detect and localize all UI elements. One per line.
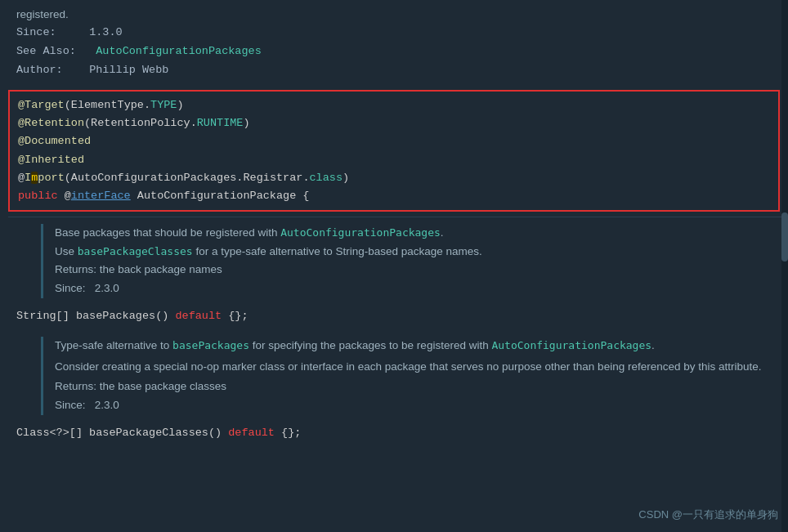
partial-registered: registered. [8, 8, 788, 24]
base-package-classes-link: basePackageClasses [78, 245, 193, 257]
see-also-link: AutoConfigurationPackages [96, 45, 262, 57]
base-packages-link: basePackages [172, 339, 249, 351]
code-line-target: @Target(ElementType.TYPE) [18, 96, 770, 114]
code-line-documented: @Documented [18, 132, 770, 150]
code-line-inherited: @Inherited [18, 151, 770, 169]
doc-text-1b: Use basePackageClasses for a type-safe a… [55, 243, 772, 261]
doc-returns-2: Returns: the base package classes [55, 378, 772, 396]
code-line-retention: @Retention(RetentionPolicy.RUNTIME) [18, 114, 770, 132]
since-value: 1.3.0 [89, 26, 123, 38]
doc-section-2: Type-safe alternative to basePackages fo… [8, 337, 788, 415]
scrollbar[interactable] [781, 0, 788, 532]
divider-1 [8, 217, 788, 217]
doc-block-1: Base packages that should be registered … [41, 224, 772, 297]
doc-text-2a: Type-safe alternative to basePackages fo… [55, 337, 772, 355]
scrollbar-thumb[interactable] [781, 212, 788, 262]
method-sig-2: Class<?>[] basePackageClasses() default … [8, 422, 788, 447]
doc-section-1: Base packages that should be registered … [8, 224, 788, 297]
doc-text-2b: Consider creating a special no-op marker… [55, 358, 772, 376]
doc-text-1a: Base packages that should be registered … [55, 224, 772, 242]
code-line-class-decl: public @interFace AutoConfigurationPacka… [18, 187, 770, 205]
code-highlight-block: @Target(ElementType.TYPE) @Retention(Ret… [8, 90, 780, 212]
autoconfigpackages-link-1: AutoConfigurationPackages [280, 226, 441, 239]
see-also-line: See Also: AutoConfigurationPackages [16, 42, 780, 61]
see-also-label: See Also: [16, 45, 76, 57]
watermark: CSDN @一只有追求的单身狗 [638, 507, 778, 522]
doc-since-1: Since: 2.3.0 [55, 279, 772, 298]
meta-section: Since: 1.3.0 See Also: AutoConfiguration… [8, 24, 788, 87]
method-sig-1: String[] basePackages() default {}; [8, 305, 788, 330]
author-value: Phillip Webb [89, 64, 168, 76]
registered-text: registered. [16, 8, 69, 20]
since-label: Since: [16, 26, 56, 38]
doc-block-2: Type-safe alternative to basePackages fo… [41, 337, 772, 415]
author-label: Author: [16, 64, 63, 76]
doc-returns-1: Returns: the back package names [55, 261, 772, 279]
author-line: Author: Phillip Webb [16, 61, 780, 80]
since-line: Since: 1.3.0 [16, 24, 780, 42]
autoconfigpackages-link-2: AutoConfigurationPackages [491, 339, 651, 351]
doc-since-2: Since: 2.3.0 [55, 396, 772, 415]
code-line-import: @Import(AutoConfigurationPackages.Regist… [18, 169, 770, 187]
main-container: registered. Since: 1.3.0 See Also: AutoC… [0, 0, 788, 532]
